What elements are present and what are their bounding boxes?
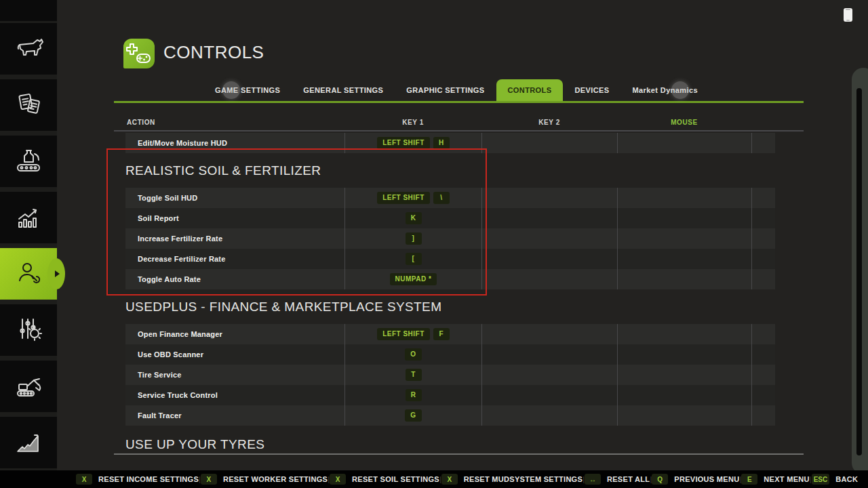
mouse-cell[interactable] — [617, 188, 751, 208]
key-hint: ↔ — [585, 474, 601, 485]
key1-cell[interactable]: NUMPAD * — [344, 269, 481, 289]
tab-general-settings[interactable]: GENERAL SETTINGS — [292, 79, 395, 101]
sidebar-item-excavator[interactable] — [0, 361, 57, 412]
key2-cell[interactable] — [481, 133, 617, 153]
mouse-cell[interactable] — [617, 385, 751, 405]
mouse-cell[interactable] — [617, 365, 751, 385]
key2-cell[interactable] — [481, 249, 617, 269]
key1-cell[interactable]: LEFT SHIFTH — [344, 133, 481, 153]
sidebar-item-statistics[interactable] — [0, 192, 57, 243]
key1-cell[interactable]: O — [344, 344, 481, 365]
key-hint: X — [76, 474, 92, 485]
sidebar-item-contracts[interactable] — [0, 79, 57, 131]
row-tail — [751, 208, 775, 228]
clock-icon — [14, 0, 43, 1]
finances-icon — [14, 426, 43, 459]
controls-gamepad-icon — [123, 39, 155, 68]
worker-settings-icon — [14, 258, 43, 290]
key-hint: X — [330, 474, 346, 485]
key-hint: ESC — [812, 474, 830, 485]
action-label: Edit/Move Moisture HUD — [125, 133, 344, 153]
key1-cell[interactable]: T — [344, 365, 481, 385]
sidebar-item-production[interactable] — [0, 136, 57, 187]
mouse-cell[interactable] — [617, 228, 751, 249]
bar-button-reset-worker-settings[interactable]: XRESET WORKER SETTINGS — [201, 474, 328, 485]
tab-market-dynamics[interactable]: Market Dynamics — [621, 79, 710, 101]
sidebar-item-finances[interactable] — [0, 417, 57, 468]
statistics-icon — [14, 201, 43, 234]
sidebar-item-tuning[interactable] — [0, 304, 57, 356]
key-badge: G — [405, 409, 421, 422]
mouse-cell[interactable] — [617, 133, 751, 153]
row-tail — [751, 385, 775, 405]
row-tail — [751, 405, 775, 426]
bar-button-reset-all[interactable]: ↔RESET ALL — [585, 474, 650, 485]
bar-label: RESET INCOME SETTINGS — [98, 475, 199, 483]
key1-cell[interactable]: LEFT SHIFTF — [344, 324, 481, 344]
tab-game-settings[interactable]: GAME SETTINGS — [203, 79, 292, 101]
tab-controls[interactable]: CONTROLS — [496, 79, 564, 101]
sidebar-item-worker-settings[interactable] — [0, 248, 57, 300]
animals-icon — [14, 33, 43, 65]
binding-row: Soil ReportK — [125, 208, 775, 228]
section: REALISTIC SOIL & FERTILIZERToggle Soil H… — [114, 153, 804, 289]
binding-row: Open Finance ManagerLEFT SHIFTF — [125, 324, 775, 344]
mouse-cell[interactable] — [617, 405, 751, 426]
bar-button-reset-income-settings[interactable]: XRESET INCOME SETTINGS — [76, 474, 199, 485]
mouse-cell[interactable] — [617, 249, 751, 269]
row-tail — [751, 365, 775, 385]
sidebar-item-animals[interactable] — [0, 23, 57, 75]
mouse-cell[interactable] — [617, 269, 751, 289]
key-hint: X — [201, 474, 217, 485]
key-badge: R — [406, 389, 422, 401]
bar-button-next-menu[interactable]: ENEXT MENU — [741, 474, 809, 485]
key2-cell[interactable] — [481, 228, 617, 249]
key2-cell[interactable] — [481, 188, 617, 208]
bar-button-reset-mudsystem-settings[interactable]: XRESET MUDSYSTEM SETTINGS — [441, 474, 583, 485]
key-hint: E — [741, 474, 757, 485]
key2-cell[interactable] — [481, 405, 617, 426]
action-label: Use OBD Scanner — [125, 344, 344, 365]
mouse-cell[interactable] — [617, 344, 751, 365]
bar-button-back[interactable]: ESCBACK — [812, 474, 859, 485]
mouse-cell[interactable] — [617, 208, 751, 228]
bar-button-previous-menu[interactable]: QPREVIOUS MENU — [652, 474, 739, 485]
excavator-icon — [14, 370, 43, 403]
key-badge: \ — [433, 192, 450, 204]
sidebar-item-clock[interactable] — [0, 0, 57, 21]
key2-cell[interactable] — [481, 269, 617, 289]
cursor-highlight — [671, 81, 689, 99]
key1-cell[interactable]: ] — [344, 228, 481, 249]
key-badge: LEFT SHIFT — [377, 192, 430, 204]
row-tail — [751, 269, 775, 289]
bar-button-reset-soil-settings[interactable]: XRESET SOIL SETTINGS — [330, 474, 439, 485]
bar-label: BACK — [835, 475, 858, 483]
tab-graphic-settings[interactable]: GRAPHIC SETTINGS — [395, 79, 496, 101]
key2-cell[interactable] — [481, 365, 617, 385]
key2-cell[interactable] — [481, 208, 617, 228]
key2-cell[interactable] — [481, 344, 617, 365]
key-badge: T — [406, 369, 422, 381]
column-header-key1: KEY 1 — [344, 119, 481, 126]
scrollbar-track[interactable] — [856, 88, 862, 455]
bar-label: RESET ALL — [607, 475, 650, 483]
contracts-icon — [14, 89, 43, 121]
key2-cell[interactable] — [481, 385, 617, 405]
tab-devices[interactable]: DEVICES — [563, 79, 620, 101]
mouse-cell[interactable] — [617, 324, 751, 344]
action-label: Toggle Soil HUD — [125, 188, 344, 208]
key1-cell[interactable]: G — [344, 405, 481, 426]
key1-cell[interactable]: [ — [344, 249, 481, 269]
column-header-mouse: MOUSE — [617, 119, 751, 126]
key1-cell[interactable]: K — [344, 208, 481, 228]
binding-row: Increase Fertilizer Rate] — [125, 228, 775, 249]
section-title: USE UP YOUR TYRES — [114, 426, 804, 455]
key-badge: LEFT SHIFT — [377, 328, 430, 340]
action-label: Toggle Auto Rate — [125, 269, 344, 289]
key1-cell[interactable]: LEFT SHIFT\ — [344, 188, 481, 208]
key-hint: X — [441, 474, 458, 485]
scrollbar[interactable] — [852, 68, 868, 474]
action-label: Soil Report — [125, 208, 344, 228]
key2-cell[interactable] — [481, 324, 617, 344]
key1-cell[interactable]: R — [344, 385, 481, 405]
